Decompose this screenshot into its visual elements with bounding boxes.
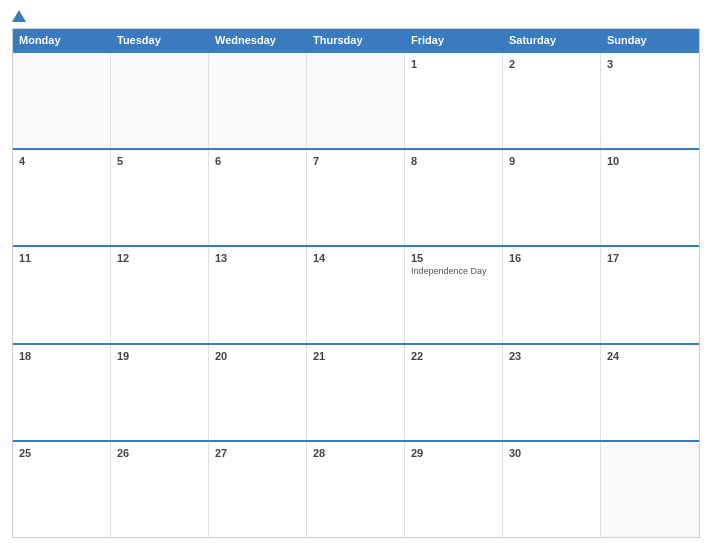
day-number: 6	[215, 155, 300, 167]
day-number: 22	[411, 350, 496, 362]
day-number: 3	[607, 58, 693, 70]
day-cell	[13, 53, 111, 148]
day-cell	[111, 53, 209, 148]
day-header-friday: Friday	[405, 29, 503, 51]
day-number: 27	[215, 447, 300, 459]
day-cell: 4	[13, 150, 111, 245]
day-number: 23	[509, 350, 594, 362]
day-header-thursday: Thursday	[307, 29, 405, 51]
week-row-2: 45678910	[13, 148, 699, 245]
day-number: 19	[117, 350, 202, 362]
calendar-header	[12, 10, 700, 20]
week-row-5: 252627282930	[13, 440, 699, 537]
day-cell: 19	[111, 345, 209, 440]
day-number: 8	[411, 155, 496, 167]
day-cell: 30	[503, 442, 601, 537]
day-cell: 20	[209, 345, 307, 440]
day-number: 25	[19, 447, 104, 459]
day-number: 28	[313, 447, 398, 459]
day-number: 21	[313, 350, 398, 362]
day-number: 26	[117, 447, 202, 459]
day-number: 16	[509, 252, 594, 264]
day-cell: 26	[111, 442, 209, 537]
day-cell: 3	[601, 53, 699, 148]
day-cell: 5	[111, 150, 209, 245]
day-cell: 14	[307, 247, 405, 342]
day-number: 2	[509, 58, 594, 70]
day-cell: 18	[13, 345, 111, 440]
day-number: 4	[19, 155, 104, 167]
day-cell: 8	[405, 150, 503, 245]
day-cell: 12	[111, 247, 209, 342]
day-cell: 13	[209, 247, 307, 342]
day-cell	[209, 53, 307, 148]
week-row-4: 18192021222324	[13, 343, 699, 440]
logo-triangle-icon	[12, 10, 26, 22]
day-cell: 16	[503, 247, 601, 342]
day-cell: 7	[307, 150, 405, 245]
day-number: 15	[411, 252, 496, 264]
day-number: 18	[19, 350, 104, 362]
calendar-grid: MondayTuesdayWednesdayThursdayFridaySatu…	[12, 28, 700, 538]
day-number: 24	[607, 350, 693, 362]
day-cell: 25	[13, 442, 111, 537]
days-header: MondayTuesdayWednesdayThursdayFridaySatu…	[13, 29, 699, 51]
day-number: 20	[215, 350, 300, 362]
day-cell: 1	[405, 53, 503, 148]
day-cell	[307, 53, 405, 148]
day-number: 10	[607, 155, 693, 167]
day-cell: 27	[209, 442, 307, 537]
day-header-sunday: Sunday	[601, 29, 699, 51]
day-number: 13	[215, 252, 300, 264]
day-number: 11	[19, 252, 104, 264]
logo-blue-text	[12, 10, 28, 20]
day-header-monday: Monday	[13, 29, 111, 51]
day-header-saturday: Saturday	[503, 29, 601, 51]
day-cell	[601, 442, 699, 537]
day-cell: 2	[503, 53, 601, 148]
day-cell: 29	[405, 442, 503, 537]
calendar-container: MondayTuesdayWednesdayThursdayFridaySatu…	[0, 0, 712, 550]
day-cell: 11	[13, 247, 111, 342]
day-cell: 28	[307, 442, 405, 537]
day-cell: 9	[503, 150, 601, 245]
week-row-1: 123	[13, 51, 699, 148]
day-cell: 17	[601, 247, 699, 342]
logo	[12, 10, 28, 20]
day-cell: 10	[601, 150, 699, 245]
day-cell: 24	[601, 345, 699, 440]
weeks-container: 123456789101112131415Independence Day161…	[13, 51, 699, 537]
day-number: 7	[313, 155, 398, 167]
day-number: 30	[509, 447, 594, 459]
day-number: 9	[509, 155, 594, 167]
day-number: 29	[411, 447, 496, 459]
event-label: Independence Day	[411, 266, 496, 277]
day-header-tuesday: Tuesday	[111, 29, 209, 51]
day-header-wednesday: Wednesday	[209, 29, 307, 51]
week-row-3: 1112131415Independence Day1617	[13, 245, 699, 342]
day-number: 14	[313, 252, 398, 264]
day-number: 1	[411, 58, 496, 70]
day-cell: 15Independence Day	[405, 247, 503, 342]
day-cell: 22	[405, 345, 503, 440]
day-cell: 6	[209, 150, 307, 245]
day-number: 17	[607, 252, 693, 264]
day-number: 5	[117, 155, 202, 167]
day-cell: 23	[503, 345, 601, 440]
day-cell: 21	[307, 345, 405, 440]
day-number: 12	[117, 252, 202, 264]
